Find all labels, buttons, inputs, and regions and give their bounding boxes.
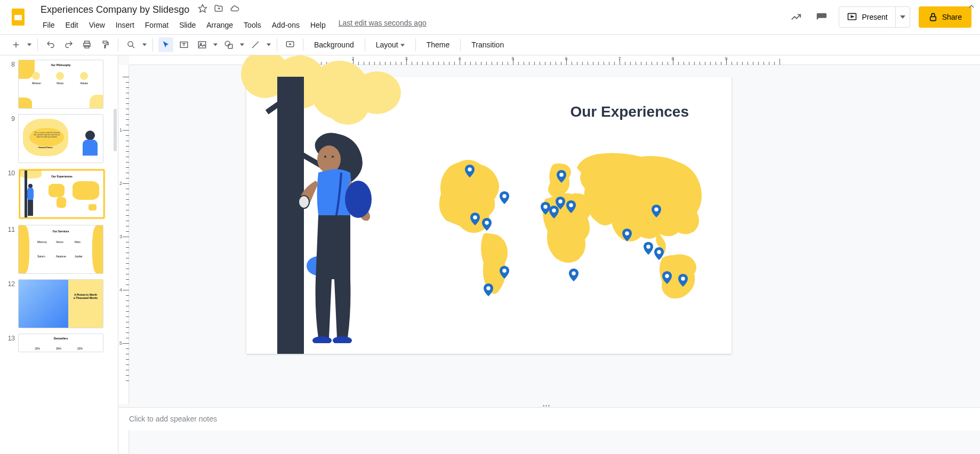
undo-button[interactable] [43, 37, 58, 52]
svg-marker-26 [267, 44, 271, 46]
svg-marker-21 [213, 44, 218, 46]
slide-thumb-12[interactable]: 12 A Picture Is Worth a Thousand Words [2, 279, 116, 328]
svg-point-53 [646, 245, 650, 249]
theme-button[interactable]: Theme [421, 38, 455, 51]
background-button[interactable]: Background [309, 38, 359, 51]
slide-thumb-10-selected[interactable]: 10 Our Experiences [2, 168, 116, 220]
svg-point-31 [317, 145, 341, 173]
select-tool[interactable] [158, 37, 173, 52]
line-tool[interactable] [248, 37, 263, 52]
present-label: Present [862, 13, 887, 21]
slide-thumb-13[interactable]: 13 Destsellers 15% 30% 20% [2, 334, 116, 352]
last-edit-link[interactable]: Last edit was seconds ago [339, 19, 427, 31]
menu-edit[interactable]: Edit [61, 19, 83, 31]
menu-file[interactable]: File [38, 19, 59, 31]
menu-insert[interactable]: Insert [111, 19, 139, 31]
menu-format[interactable]: Format [141, 19, 173, 31]
svg-rect-6 [930, 17, 936, 21]
paint-format-button[interactable] [98, 37, 113, 52]
present-button[interactable]: Present [839, 6, 910, 28]
transition-button[interactable]: Transition [466, 38, 509, 51]
menu-slide[interactable]: Slide [175, 19, 200, 31]
menu-tools[interactable]: Tools [239, 19, 266, 31]
zoom-button[interactable] [124, 37, 139, 52]
map-pin [557, 170, 566, 183]
slide-thumb-11[interactable]: 11 Our Services Mercury Venus Mars Satur… [2, 225, 116, 274]
toolbar: Background Layout Theme Transition [0, 34, 980, 55]
sidebar-scrollbar[interactable] [114, 109, 117, 151]
image-dropdown[interactable] [213, 43, 218, 47]
slide-title-text[interactable]: Our Experiences [570, 103, 689, 120]
svg-marker-2 [199, 5, 207, 12]
slide-panel[interactable]: 8 Our Philosophy Mission Vision Values 9… [0, 55, 118, 454]
activity-icon[interactable] [788, 9, 805, 26]
slide-thumb-8[interactable]: 8 Our Philosophy Mission Vision Values [2, 60, 116, 109]
redo-button[interactable] [61, 37, 76, 52]
svg-point-44 [486, 286, 491, 290]
move-folder-icon[interactable] [214, 4, 223, 15]
app-header: Experiences Company by Slidesgo File Edi… [0, 0, 980, 34]
textbox-tool[interactable] [176, 37, 191, 52]
svg-point-13 [128, 42, 133, 46]
svg-marker-4 [852, 16, 854, 18]
svg-point-46 [543, 205, 548, 209]
image-tool[interactable] [195, 37, 210, 52]
svg-marker-5 [900, 15, 905, 19]
svg-line-25 [252, 42, 259, 48]
slide-thumb-9[interactable]: 9 "This is a quote, words full of wisdom… [2, 114, 116, 163]
new-slide-button[interactable] [9, 37, 23, 52]
map-pin [644, 242, 653, 255]
menu-bar: File Edit View Insert Format Slide Arran… [38, 19, 788, 31]
svg-point-50 [572, 271, 576, 275]
slides-logo[interactable] [9, 6, 30, 28]
map-pin [556, 197, 565, 209]
svg-marker-15 [142, 44, 147, 46]
share-button[interactable]: Share [919, 6, 971, 28]
menu-view[interactable]: View [85, 19, 109, 31]
vertical-ruler[interactable]: 12345 [118, 65, 129, 454]
notes-placeholder: Click to add speaker notes [129, 415, 217, 423]
svg-point-48 [558, 199, 563, 204]
share-label: Share [942, 13, 962, 21]
map-pin [482, 218, 492, 231]
svg-point-49 [569, 203, 573, 207]
comment-tool[interactable] [283, 37, 298, 52]
svg-point-33 [332, 156, 334, 158]
map-pin [652, 205, 661, 217]
person-illustration [289, 130, 385, 343]
star-icon[interactable] [198, 4, 207, 15]
svg-point-32 [324, 156, 326, 158]
print-button[interactable] [79, 37, 94, 52]
new-slide-dropdown[interactable] [27, 43, 32, 47]
speaker-notes[interactable]: Click to add speaker notes [118, 407, 980, 431]
layout-button[interactable]: Layout [371, 38, 410, 51]
cloud-illustration [246, 66, 412, 135]
svg-point-56 [681, 277, 685, 281]
header-actions: Present Share [788, 6, 971, 28]
map-pin [566, 200, 576, 213]
collapse-toolbar-icon[interactable] [967, 2, 976, 13]
world-map [433, 141, 716, 317]
cloud-status-icon[interactable] [230, 4, 239, 15]
map-pin [622, 229, 632, 241]
menu-addons[interactable]: Add-ons [268, 19, 304, 31]
svg-point-54 [657, 250, 661, 254]
shape-tool[interactable] [221, 37, 236, 52]
map-pin [662, 271, 672, 284]
menu-help[interactable]: Help [306, 19, 330, 31]
line-dropdown[interactable] [266, 43, 271, 47]
present-dropdown[interactable] [896, 7, 910, 27]
slide-canvas[interactable]: Our Experiences [246, 77, 732, 354]
document-title[interactable]: Experiences Company by Slidesgo [38, 3, 191, 17]
svg-point-55 [665, 274, 669, 278]
title-area: Experiences Company by Slidesgo File Edi… [38, 3, 788, 31]
svg-marker-24 [240, 44, 244, 46]
svg-point-39 [468, 167, 472, 172]
comments-icon[interactable] [813, 9, 830, 26]
svg-point-40 [502, 194, 507, 198]
menu-arrange[interactable]: Arrange [202, 19, 237, 31]
svg-point-35 [345, 181, 372, 218]
zoom-dropdown[interactable] [142, 43, 147, 47]
map-pin [500, 191, 509, 204]
shape-dropdown[interactable] [239, 43, 245, 47]
